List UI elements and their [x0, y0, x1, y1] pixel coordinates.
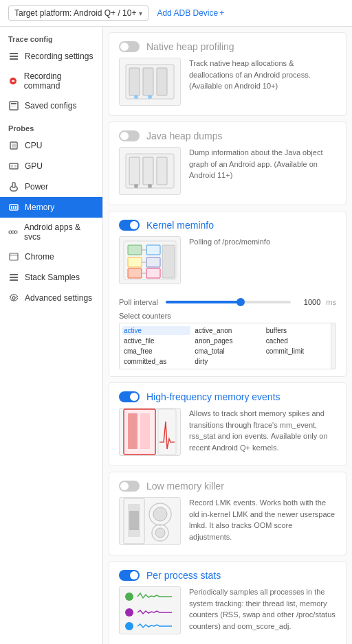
svg-rect-17 — [15, 206, 16, 209]
svg-rect-40 — [128, 245, 142, 255]
low-memory-body: Record LMK events. Works both with the o… — [109, 497, 346, 555]
svg-rect-23 — [10, 274, 18, 275]
svg-rect-21 — [10, 253, 18, 260]
kernel-meminfo-poll-value: 1000 — [296, 298, 320, 306]
sidebar-item-memory[interactable]: Memory — [0, 197, 102, 218]
svg-rect-10 — [10, 163, 18, 169]
per-process-toggle[interactable] — [119, 570, 140, 581]
stack-samples-icon — [8, 272, 19, 283]
trace-config-label: Trace config — [0, 27, 102, 46]
kernel-meminfo-title: Kernel meminfo — [146, 220, 214, 231]
cpu-icon — [8, 140, 19, 151]
svg-rect-16 — [13, 206, 14, 209]
svg-rect-24 — [10, 277, 18, 278]
native-heap-toggle[interactable] — [119, 41, 140, 52]
svg-rect-6 — [11, 103, 16, 104]
platform-select[interactable]: Target platform: Android Q+ / 10+ ▾ — [8, 5, 148, 21]
java-heap-title: Java heap dumps — [146, 130, 223, 141]
kernel-meminfo-poll-label: Poll interval — [119, 298, 160, 306]
kernel-meminfo-toggle[interactable] — [119, 220, 140, 231]
counter-cached[interactable]: cached — [265, 336, 333, 345]
advanced-settings-label: Advanced settings — [25, 293, 92, 303]
svg-rect-42 — [128, 268, 142, 278]
counter-buffers[interactable]: buffers — [265, 326, 333, 335]
per-process-title: Per process stats — [146, 570, 221, 581]
high-freq-toggle[interactable] — [119, 391, 140, 402]
sidebar-item-chrome[interactable]: Chrome — [0, 246, 102, 267]
recording-settings-label: Recording settings — [25, 51, 93, 61]
sidebar-item-saved-configs[interactable]: Saved configs — [0, 95, 102, 116]
svg-point-32 — [148, 95, 152, 99]
per-process-card: Per process stats Per — [109, 561, 346, 644]
memory-label: Memory — [25, 203, 54, 212]
svg-rect-49 — [162, 245, 175, 278]
java-heap-desc: Dump information about the Java object g… — [189, 147, 336, 195]
chevron-down-icon: ▾ — [139, 10, 142, 17]
svg-rect-36 — [157, 157, 167, 185]
counter-active-file[interactable]: active_file — [122, 336, 190, 345]
counter-dirty[interactable]: dirty — [193, 357, 261, 366]
svg-rect-57 — [129, 511, 139, 530]
svg-rect-52 — [140, 413, 150, 449]
high-freq-title: High-frequency memory events — [146, 391, 280, 402]
saved-configs-label: Saved configs — [25, 101, 76, 111]
sidebar-item-cpu[interactable]: CPU — [0, 135, 102, 156]
sidebar-item-stack-samples[interactable]: Stack Samples — [0, 267, 102, 288]
android-apps-label: Android apps & svcs — [24, 222, 94, 242]
kernel-meminfo-counters-section: Select counters active active_anon buffe… — [109, 309, 346, 376]
svg-rect-7 — [11, 106, 16, 106]
svg-rect-2 — [10, 58, 18, 60]
native-heap-header: Native heap profiling — [109, 33, 346, 58]
svg-point-38 — [148, 184, 152, 188]
plus-icon: + — [219, 8, 224, 18]
svg-rect-12 — [14, 165, 16, 168]
counter-commit-limit[interactable]: commit_limit — [265, 347, 333, 356]
java-heap-header: Java heap dumps — [109, 122, 346, 147]
low-memory-header: Low memory killer — [109, 472, 346, 497]
java-heap-toggle[interactable] — [119, 130, 140, 141]
kernel-meminfo-poll-unit: ms — [326, 298, 336, 306]
svg-point-61 — [155, 528, 165, 538]
high-freq-header: High-frequency memory events — [109, 383, 346, 408]
counter-anon-pages[interactable]: anon_pages — [193, 336, 261, 345]
counter-cma-total[interactable]: cma_total — [193, 347, 261, 356]
sidebar-item-advanced-settings[interactable]: Advanced settings — [0, 288, 102, 308]
high-freq-image — [119, 408, 181, 456]
sidebar-item-android-apps[interactable]: Android apps & svcs — [0, 218, 102, 246]
native-heap-image — [119, 58, 181, 106]
kernel-meminfo-counters-label: Select counters — [119, 312, 336, 320]
sidebar-item-recording-command[interactable]: Recording command — [0, 67, 102, 95]
kernel-meminfo-counters-grid: active active_anon buffers active_file a… — [119, 323, 336, 369]
svg-point-37 — [134, 184, 138, 188]
slider-fill — [166, 301, 241, 303]
counter-active-anon[interactable]: active_anon — [193, 326, 261, 335]
recording-settings-icon — [8, 51, 19, 62]
sidebar-item-power[interactable]: Power — [0, 176, 102, 197]
recording-command-label: Recording command — [24, 71, 94, 91]
gpu-label: GPU — [25, 161, 43, 171]
sidebar-item-recording-settings[interactable]: Recording settings — [0, 46, 102, 67]
svg-rect-22 — [10, 255, 18, 255]
counter-active[interactable]: active — [122, 326, 190, 335]
sidebar-item-gpu[interactable]: GPU — [0, 156, 102, 176]
chrome-icon — [8, 251, 19, 262]
svg-rect-1 — [10, 56, 18, 57]
svg-rect-41 — [128, 257, 142, 267]
counter-cma-free[interactable]: cma_free — [122, 347, 190, 356]
low-memory-toggle[interactable] — [119, 481, 140, 492]
java-heap-body: Dump information about the Java object g… — [109, 147, 346, 205]
main-content: Native heap profiling Track native heap … — [103, 27, 352, 644]
svg-rect-30 — [157, 68, 167, 95]
svg-rect-34 — [129, 157, 140, 185]
low-memory-desc: Record LMK events. Works both with the o… — [189, 497, 336, 545]
platform-label: Target platform: Android Q+ / 10+ — [14, 8, 136, 18]
add-adb-button[interactable]: Add ADB Device + — [157, 8, 224, 18]
svg-rect-51 — [128, 413, 138, 449]
svg-point-19 — [12, 231, 14, 233]
svg-rect-4 — [12, 80, 14, 82]
add-adb-label: Add ADB Device — [157, 8, 218, 18]
svg-rect-15 — [11, 206, 12, 209]
counter-committed-as[interactable]: committed_as — [122, 357, 190, 366]
recording-command-icon — [8, 76, 19, 87]
kernel-meminfo-slider[interactable] — [166, 301, 291, 303]
